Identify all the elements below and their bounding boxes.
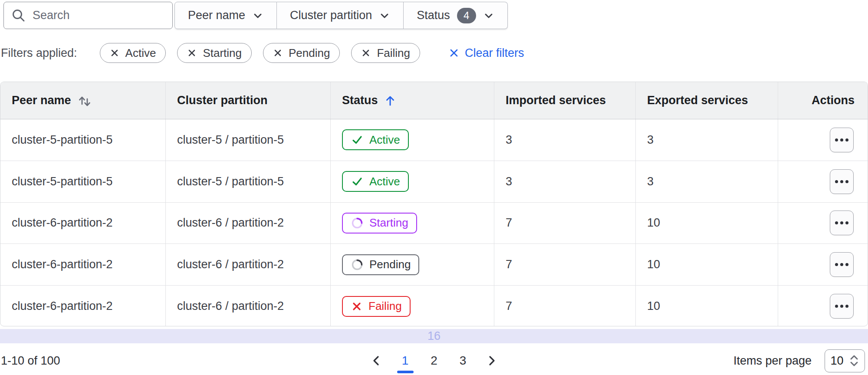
- applied-filters-bar: Filters applied: Active Starting Pending: [1, 43, 524, 63]
- ellipsis-icon: [835, 305, 838, 308]
- filter-toolbar: Peer name Cluster partition Status 4: [3, 2, 508, 29]
- table-row: cluster-5-partition-5 cluster-5 / partit…: [0, 161, 868, 202]
- items-per-page-label: Items per page: [733, 354, 812, 368]
- status-cell: Starting: [330, 203, 494, 244]
- row-actions-overflow-button[interactable]: [830, 252, 854, 277]
- filter-chip-active[interactable]: Active: [100, 43, 166, 63]
- column-header-cluster-partition: Cluster partition: [165, 82, 330, 119]
- sort-arrows-icon: [77, 94, 92, 108]
- row-actions-overflow-button[interactable]: [830, 128, 854, 152]
- cluster-partition-cell: cluster-6 / partition-2: [165, 244, 330, 285]
- cluster-partition-cell: cluster-6 / partition-2: [165, 203, 330, 244]
- actions-cell: [778, 244, 868, 285]
- cluster-partition-cell: cluster-6 / partition-2: [165, 286, 330, 326]
- column-label: Imported services: [506, 94, 606, 107]
- items-per-page: Items per page 10: [733, 349, 865, 372]
- scroll-indicator-band: 16: [0, 329, 868, 343]
- status-cell: Failing: [330, 286, 494, 326]
- column-label: Exported services: [647, 94, 748, 107]
- status-filter-count-badge: 4: [457, 8, 476, 23]
- clear-icon: [449, 48, 459, 58]
- filters-applied-label: Filters applied:: [1, 46, 77, 60]
- actions-cell: [778, 203, 868, 244]
- status-badge-pending: Pending: [342, 254, 419, 275]
- cluster-partition-filter-dropdown[interactable]: Cluster partition: [277, 2, 404, 29]
- dismiss-icon: [187, 48, 197, 58]
- table-row: cluster-6-partition-2 cluster-6 / partit…: [0, 285, 868, 326]
- column-header-status[interactable]: Status: [330, 82, 494, 119]
- ellipsis-icon: [835, 263, 838, 266]
- dismiss-icon: [361, 48, 371, 58]
- imported-services-cell: 3: [494, 161, 635, 202]
- column-label: Peer name: [12, 94, 71, 107]
- cluster-partition-cell: cluster-5 / partition-5: [165, 161, 330, 202]
- table-row: cluster-5-partition-5 cluster-5 / partit…: [0, 119, 868, 161]
- peers-table-page: Peer name Cluster partition Status 4: [0, 0, 868, 375]
- imported-services-cell: 3: [494, 119, 635, 161]
- row-actions-overflow-button[interactable]: [830, 294, 854, 319]
- cluster-partition-cell: cluster-5 / partition-5: [165, 119, 330, 161]
- ellipsis-icon: [835, 180, 838, 183]
- exported-services-cell: 10: [635, 244, 778, 285]
- loading-spinner-icon: [351, 258, 364, 271]
- ellipsis-icon: [835, 221, 838, 224]
- column-label: Status: [342, 94, 378, 107]
- page-button-2[interactable]: 2: [424, 348, 444, 373]
- imported-services-cell: 7: [494, 244, 635, 285]
- status-badge-failing: Failing: [342, 296, 411, 317]
- items-per-page-value: 10: [830, 354, 843, 368]
- peer-name-filter-dropdown[interactable]: Peer name: [174, 2, 277, 29]
- imported-services-cell: 7: [494, 286, 635, 326]
- status-filter-label: Status: [417, 9, 450, 22]
- actions-cell: [778, 161, 868, 202]
- filter-chip-label: Pending: [289, 46, 330, 60]
- filter-chip-label: Failing: [377, 46, 410, 60]
- filter-chip-label: Active: [125, 46, 156, 60]
- status-label: Active: [369, 175, 400, 188]
- chevron-down-icon: [483, 10, 494, 21]
- column-header-peer-name[interactable]: Peer name: [0, 82, 165, 119]
- table-body: cluster-5-partition-5 cluster-5 / partit…: [0, 119, 868, 326]
- results-range-text: 1-10 of 100: [1, 354, 60, 368]
- previous-page-button[interactable]: [367, 351, 386, 370]
- filter-chip-failing[interactable]: Failing: [351, 43, 420, 63]
- ellipsis-icon: [835, 138, 838, 141]
- status-badge-active: Active: [342, 129, 409, 150]
- exported-services-cell: 10: [635, 203, 778, 244]
- status-label: Active: [369, 133, 400, 147]
- search-icon: [12, 9, 26, 23]
- search-input-wrapper: [3, 2, 173, 29]
- column-label: Actions: [812, 94, 855, 107]
- band-text: 16: [427, 329, 441, 343]
- peer-name-cell: cluster-6-partition-2: [0, 244, 165, 285]
- filter-chip-starting[interactable]: Starting: [177, 43, 252, 63]
- cluster-partition-filter-label: Cluster partition: [290, 9, 372, 22]
- actions-cell: [778, 119, 868, 161]
- clear-filters-button[interactable]: Clear filters: [449, 46, 524, 60]
- peer-name-cell: cluster-5-partition-5: [0, 119, 165, 161]
- row-actions-overflow-button[interactable]: [830, 169, 854, 194]
- status-cell: Active: [330, 161, 494, 202]
- table-header-row: Peer name Cluster partition Status: [0, 82, 868, 119]
- peer-name-filter-label: Peer name: [188, 9, 245, 22]
- next-page-button[interactable]: [482, 351, 501, 370]
- status-label: Failing: [368, 299, 402, 313]
- peer-name-cell: cluster-6-partition-2: [0, 286, 165, 326]
- status-cell: Pending: [330, 244, 494, 285]
- status-label: Pending: [369, 258, 411, 271]
- check-icon: [351, 175, 364, 188]
- table-row: cluster-6-partition-2 cluster-6 / partit…: [0, 202, 868, 244]
- check-icon: [351, 133, 364, 146]
- row-actions-overflow-button[interactable]: [830, 211, 854, 235]
- search-input[interactable]: [33, 9, 164, 22]
- filter-chip-pending[interactable]: Pending: [263, 43, 340, 63]
- peers-table: Peer name Cluster partition Status: [0, 82, 868, 326]
- page-button-1[interactable]: 1: [396, 348, 415, 373]
- pagination-bar: 1-10 of 100 1 2 3 Items per page 10: [0, 346, 868, 375]
- status-filter-dropdown[interactable]: Status 4: [404, 2, 508, 29]
- page-button-3[interactable]: 3: [454, 348, 473, 373]
- status-label: Starting: [369, 216, 408, 230]
- items-per-page-select[interactable]: 10: [825, 349, 865, 372]
- select-stepper-icon: [849, 354, 859, 368]
- peer-name-cell: cluster-5-partition-5: [0, 161, 165, 202]
